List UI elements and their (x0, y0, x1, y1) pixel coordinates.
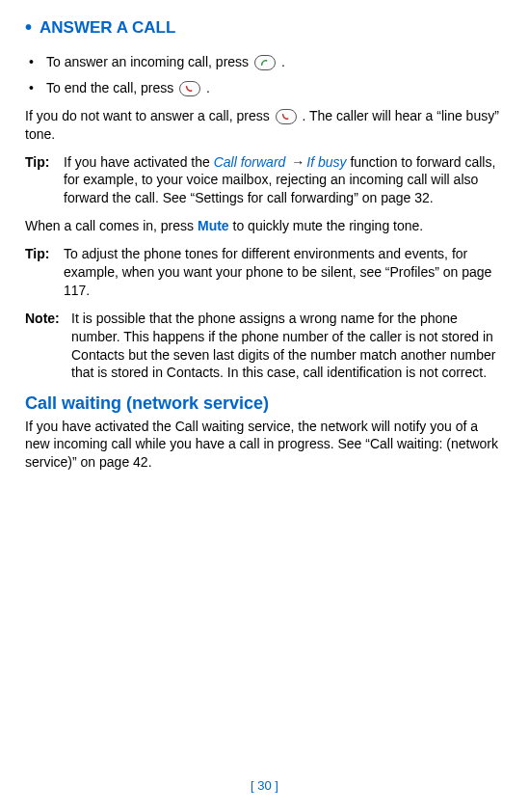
section-heading: •ANSWER A CALL (25, 17, 504, 40)
text-fragment: When a call comes in, press (25, 218, 198, 233)
tip-label: Tip: (25, 245, 64, 300)
note-label: Note: (25, 310, 71, 383)
note-block: Note: It is possible that the phone assi… (25, 310, 504, 383)
call-forward-link[interactable]: Call forward (214, 154, 286, 170)
tip-body: If you have activated the Call forward →… (64, 153, 504, 208)
tip-label: Tip: (25, 153, 64, 208)
list-item-text: To answer an incoming call, press . (46, 53, 504, 71)
text-fragment: If you do not want to answer a call, pre… (25, 108, 274, 123)
tip-block: Tip: To adjust the phone tones for diffe… (25, 245, 504, 300)
arrow-icon: → (287, 154, 304, 170)
answer-key-icon (254, 55, 276, 70)
tip-body: To adjust the phone tones for different … (64, 245, 504, 300)
end-key-icon (179, 81, 200, 96)
reject-paragraph: If you do not want to answer a call, pre… (25, 107, 504, 144)
heading-text: ANSWER A CALL (40, 18, 175, 37)
end-key-icon (276, 109, 297, 124)
text-fragment: If you have activated the (64, 154, 214, 170)
subsection-body: If you have activated the Call waiting s… (25, 418, 504, 473)
mute-paragraph: When a call comes in, press Mute to quic… (25, 217, 504, 235)
bullet-dot-icon: • (29, 55, 46, 68)
list-item: • To answer an incoming call, press . (29, 53, 504, 71)
tip-block: Tip: If you have activated the Call forw… (25, 153, 504, 208)
bullet-list: • To answer an incoming call, press . • … (29, 53, 504, 97)
text-fragment: to quickly mute the ringing tone. (229, 218, 424, 233)
text-fragment: . (281, 54, 285, 69)
text-fragment: To answer an incoming call, press (46, 54, 252, 69)
list-item: • To end the call, press . (29, 79, 504, 97)
text-fragment: . (206, 80, 210, 95)
bullet-dot-icon: • (29, 81, 46, 95)
text-fragment: To end the call, press (46, 80, 177, 95)
subsection-heading: Call waiting (network service) (25, 392, 504, 415)
if-busy-link[interactable]: If busy (306, 154, 346, 170)
page-number: [ 30 ] (0, 777, 529, 795)
list-item-text: To end the call, press . (46, 79, 504, 97)
mute-keyword: Mute (198, 218, 229, 233)
note-body: It is possible that the phone assigns a … (71, 310, 504, 383)
